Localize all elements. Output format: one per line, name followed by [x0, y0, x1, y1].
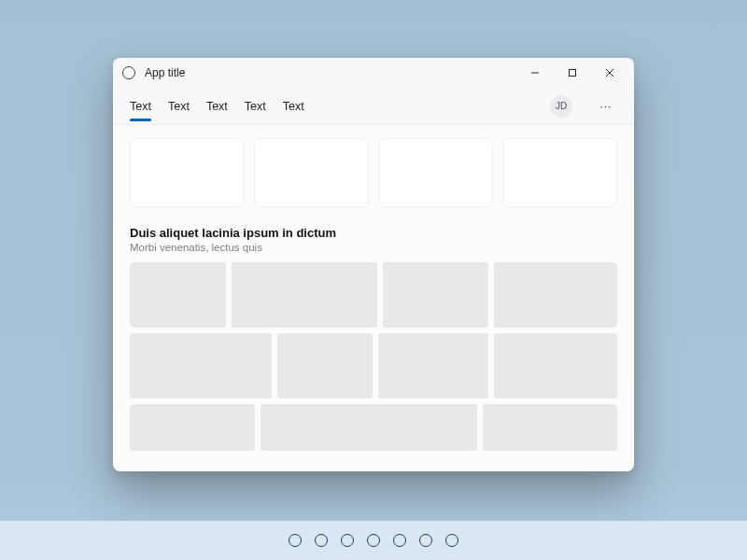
taskbar[interactable] — [0, 521, 747, 560]
tab-2[interactable]: Text — [206, 92, 228, 120]
card[interactable] — [378, 138, 493, 207]
grid-item[interactable] — [130, 333, 272, 399]
close-button[interactable] — [591, 59, 628, 87]
tab-4[interactable]: Text — [283, 92, 304, 120]
grid-item[interactable] — [494, 262, 617, 328]
tab-0[interactable]: Text — [130, 92, 151, 120]
tab-3[interactable]: Text — [245, 92, 266, 120]
more-button[interactable]: ··· — [595, 95, 617, 118]
taskbar-icon[interactable] — [315, 534, 328, 547]
card[interactable] — [254, 138, 369, 207]
grid-item[interactable] — [277, 333, 374, 399]
tab-1[interactable]: Text — [168, 92, 190, 120]
section-title: Duis aliquet lacinia ipsum in dictum — [130, 226, 617, 240]
minimize-button[interactable] — [516, 59, 554, 87]
app-window: App title Text Text Text Text Text JD ··… — [113, 58, 634, 471]
content-area: Duis aliquet lacinia ipsum in dictum Mor… — [113, 125, 634, 471]
card[interactable] — [502, 138, 617, 207]
taskbar-icon[interactable] — [445, 534, 458, 547]
grid-item[interactable] — [261, 404, 478, 451]
taskbar-icon[interactable] — [289, 534, 302, 547]
taskbar-icon[interactable] — [341, 534, 354, 547]
window-title: App title — [145, 66, 185, 79]
grid-item[interactable] — [494, 333, 617, 399]
taskbar-icon[interactable] — [367, 534, 380, 547]
grid-item[interactable] — [378, 333, 487, 399]
taskbar-icon[interactable] — [393, 534, 406, 547]
app-icon — [122, 66, 135, 79]
svg-rect-1 — [570, 70, 576, 77]
grid-item[interactable] — [383, 262, 488, 328]
section-subtitle: Morbi venenatis, lectus quis — [130, 242, 617, 253]
card[interactable] — [130, 138, 245, 207]
card-row — [130, 138, 617, 207]
maximize-button[interactable] — [554, 59, 591, 87]
grid-item[interactable] — [483, 404, 617, 451]
grid-item[interactable] — [232, 262, 378, 328]
avatar[interactable]: JD — [550, 95, 572, 118]
title-bar[interactable]: App title — [113, 58, 634, 88]
grid-item[interactable] — [130, 262, 226, 328]
grid — [130, 262, 617, 451]
tab-bar: Text Text Text Text Text JD ··· — [113, 88, 634, 125]
grid-item[interactable] — [130, 404, 255, 451]
taskbar-icon[interactable] — [419, 534, 432, 547]
